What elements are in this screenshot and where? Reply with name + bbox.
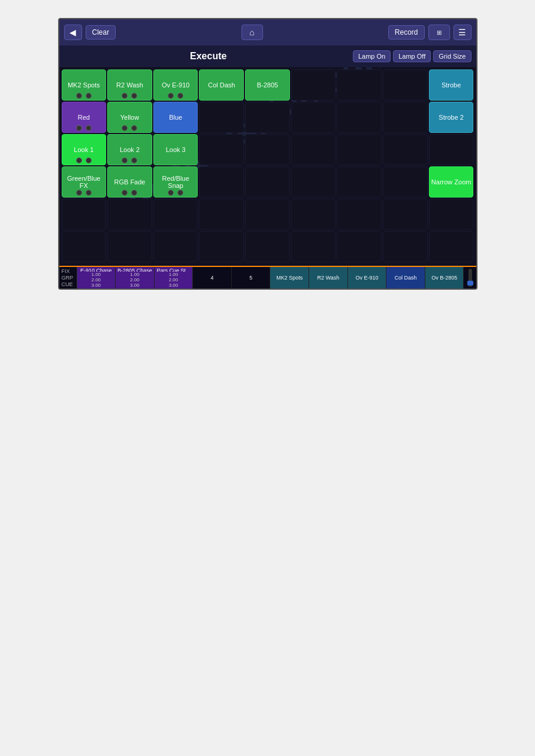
- knob-0-1-1[interactable]: [131, 93, 137, 99]
- cue-val-0-0: 1.00: [92, 272, 101, 277]
- cue-col-4[interactable]: 5: [232, 267, 271, 289]
- cue-col-8[interactable]: Col Dash: [386, 267, 425, 289]
- cue-col-0[interactable]: E-910 Chase1.002.003.00: [77, 267, 116, 289]
- home-button[interactable]: ⌂: [241, 25, 263, 40]
- lamp-on-button[interactable]: Lamp On: [353, 50, 391, 62]
- knob-3-1-0[interactable]: [122, 190, 128, 196]
- cue-list: FIXGRPCUE E-910 Chase1.002.003.00B-2805 …: [59, 266, 476, 289]
- cue-col-1[interactable]: B-2805 Chase1.002.003.00: [116, 267, 155, 289]
- grid-cell-0-4[interactable]: B-2805: [245, 69, 290, 101]
- grid-cell-0-0[interactable]: MK2 Spots: [62, 69, 107, 101]
- grid-cell-5-1: [107, 231, 152, 262]
- cell-label-0-4: B-2805: [257, 81, 278, 89]
- back-icon: ◀: [69, 28, 76, 37]
- grid-cell-1-3: [199, 102, 244, 133]
- knob-1-0-1[interactable]: [86, 125, 92, 131]
- grid-cell-3-2[interactable]: Red/Blue Snap: [153, 166, 198, 198]
- grid-cell-0-8[interactable]: Strobe: [429, 69, 474, 101]
- cell-knobs-0-1: [122, 93, 137, 99]
- cell-label-1-1: Yellow: [120, 114, 139, 121]
- cue-col-header-6: R2 Wash: [317, 275, 340, 281]
- grid-cell-2-2[interactable]: Look 3: [153, 134, 198, 165]
- knob-3-2-1[interactable]: [177, 190, 183, 196]
- knob-3-1-1[interactable]: [131, 190, 137, 196]
- knob-2-0-1[interactable]: [86, 157, 92, 163]
- knob-1-0-0[interactable]: [76, 125, 82, 131]
- grid-row-3: Green/Blue FXRGB FadeRed/Blue SnapNarrow…: [62, 166, 474, 198]
- grid-cell-4-7: [383, 199, 428, 230]
- grid-cell-0-1[interactable]: R2 Wash: [107, 69, 152, 101]
- cue-val-1-0: 1.00: [130, 272, 140, 277]
- grid-cell-1-8[interactable]: Strobe 2: [429, 102, 474, 133]
- grid-size-button[interactable]: Grid Size: [433, 50, 471, 62]
- knob-3-0-1[interactable]: [86, 190, 92, 196]
- cell-label-3-8: Narrow Zoom: [431, 178, 471, 186]
- cue-col-5[interactable]: MK2 Spots: [270, 267, 309, 289]
- cell-label-0-3: Col Dash: [208, 81, 235, 89]
- knob-2-0-0[interactable]: [76, 157, 82, 163]
- lamp-off-button[interactable]: Lamp Off: [393, 50, 431, 62]
- grid-cell-0-2[interactable]: Ov E-910: [153, 69, 198, 101]
- cue-col-header-2: Pars Cue St...: [156, 268, 191, 272]
- grid-cell-5-4: [245, 231, 290, 262]
- knob-1-1-0[interactable]: [122, 125, 128, 131]
- grid-cell-3-5: [291, 166, 336, 198]
- cue-col-values-0: 1.002.003.00: [92, 272, 101, 288]
- knob-3-0-0[interactable]: [76, 190, 82, 196]
- cue-val-2-1: 2.00: [169, 277, 179, 283]
- knob-2-1-1[interactable]: [131, 157, 137, 163]
- grid-cell-5-0: [62, 231, 107, 262]
- cell-label-1-0: Red: [78, 114, 90, 121]
- grid-cell-2-0[interactable]: Look 1: [62, 134, 107, 165]
- cue-col-9[interactable]: Ov B-2805: [425, 267, 464, 289]
- back-button[interactable]: ◀: [64, 25, 82, 40]
- cue-col-3[interactable]: 4: [193, 267, 232, 289]
- knob-2-1-0[interactable]: [122, 157, 128, 163]
- grid-cell-4-4: [245, 199, 290, 230]
- grid-cell-0-3[interactable]: Col Dash: [199, 69, 244, 101]
- cue-col-6[interactable]: R2 Wash: [309, 267, 348, 289]
- grid-cell-4-3: [199, 199, 244, 230]
- menu-button[interactable]: ☰: [454, 25, 471, 40]
- knob-1-1-1[interactable]: [131, 125, 137, 131]
- grid-cell-1-2[interactable]: Blue: [153, 102, 198, 133]
- grid-cell-3-8[interactable]: Narrow Zoom: [429, 166, 474, 198]
- knob-3-2-0[interactable]: [168, 190, 174, 196]
- knob-0-0-1[interactable]: [86, 93, 92, 99]
- grid-cell-4-6: [337, 199, 382, 230]
- grid-cell-2-1[interactable]: Look 2: [107, 134, 152, 165]
- grid-cell-3-1[interactable]: RGB Fade: [107, 166, 152, 198]
- cue-val-0-2: 3.00: [92, 283, 101, 288]
- cell-knobs-2-0: [76, 157, 92, 163]
- cue-val-1-2: 3.00: [130, 283, 140, 288]
- grid-icon: ⊞: [437, 29, 442, 36]
- cell-label-1-2: Blue: [169, 114, 182, 121]
- grid-cell-5-5: [291, 231, 336, 262]
- execute-title: Execute: [64, 51, 353, 62]
- master-slider[interactable]: [464, 267, 476, 289]
- grid-cell-5-2: [153, 231, 198, 262]
- execute-buttons: Lamp On Lamp Off Grid Size: [353, 50, 471, 62]
- grid-view-button[interactable]: ⊞: [428, 25, 450, 40]
- execute-bar: Execute Lamp On Lamp Off Grid Size: [59, 45, 476, 67]
- cue-col-2[interactable]: Pars Cue St...1.002.003.00: [155, 267, 194, 289]
- clear-button[interactable]: Clear: [86, 25, 116, 40]
- grid-cell-3-0[interactable]: Green/Blue FX: [62, 166, 107, 198]
- record-button[interactable]: Record: [388, 25, 425, 40]
- grid-cell-1-0[interactable]: Red: [62, 102, 107, 133]
- cue-col-7[interactable]: Ov E-910: [348, 267, 387, 289]
- knob-0-1-0[interactable]: [122, 93, 128, 99]
- cell-knobs-1-1: [122, 125, 137, 131]
- grid-cell-1-1[interactable]: Yellow: [107, 102, 152, 133]
- cue-col-values-2: 1.002.003.00: [169, 272, 179, 288]
- knob-0-2-1[interactable]: [177, 93, 183, 99]
- grid-cell-3-3: [199, 166, 244, 198]
- grid-cell-2-6: [337, 134, 382, 165]
- knob-0-0-0[interactable]: [76, 93, 82, 99]
- top-toolbar: ◀ Clear ⌂ Record ⊞ ☰: [59, 19, 476, 45]
- cell-knobs-1-0: [76, 125, 92, 131]
- main-grid: manualshive.com MK2 SpotsR2 WashOv E-910…: [59, 67, 476, 266]
- knob-0-2-0[interactable]: [168, 93, 174, 99]
- grid-cell-5-6: [337, 231, 382, 262]
- grid-cell-2-4: [245, 134, 290, 165]
